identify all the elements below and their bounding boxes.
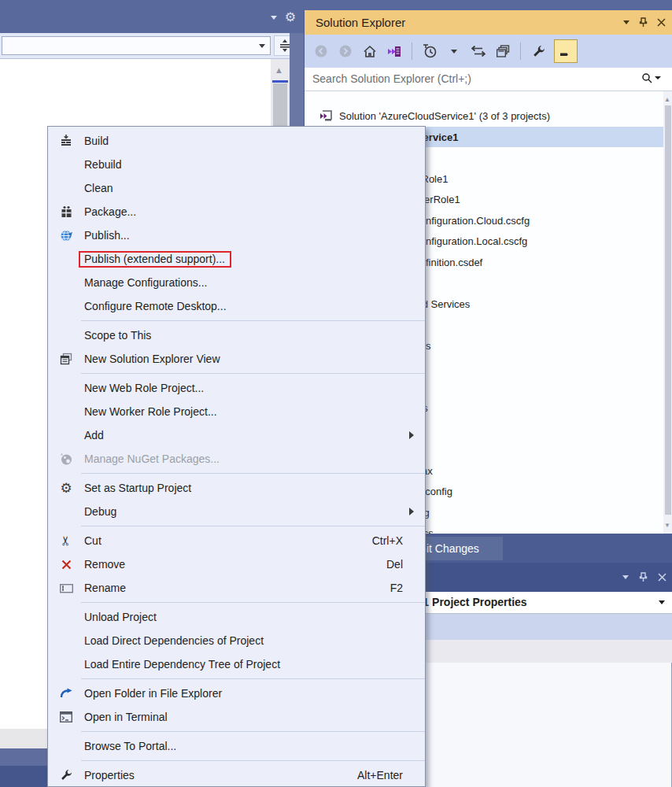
chevron-down-icon xyxy=(659,600,665,604)
dropdown-caret-icon[interactable] xyxy=(655,76,661,79)
switch-views-icon[interactable] xyxy=(470,41,487,61)
menu-item-build[interactable]: Build xyxy=(48,129,425,153)
menu-separator xyxy=(81,526,425,527)
menu-item-new-solution-explorer-view[interactable]: New Solution Explorer View xyxy=(48,347,425,371)
menu-item-add[interactable]: Add xyxy=(48,423,425,447)
menu-item-label: Properties xyxy=(84,769,349,781)
pin-icon[interactable] xyxy=(639,17,648,28)
search-icon[interactable] xyxy=(641,72,652,83)
menu-item-label: Package... xyxy=(84,205,403,218)
properties-wrench-icon[interactable] xyxy=(530,41,547,61)
menu-item-open-in-terminal[interactable]: Open in Terminal xyxy=(48,705,425,729)
menu-item-label: Unload Project xyxy=(84,611,403,623)
menu-item-new-worker-role-project[interactable]: New Worker Role Project... xyxy=(48,400,425,423)
menu-item-open-folder-in-file-explorer[interactable]: Open Folder in File Explorer xyxy=(48,682,425,705)
menu-item-label: New Web Role Project... xyxy=(84,382,403,394)
menu-item-new-web-role-project[interactable]: New Web Role Project... xyxy=(48,376,425,400)
menu-item-label: Cut xyxy=(84,534,364,547)
panel-title: Solution Explorer xyxy=(316,16,405,29)
build-icon xyxy=(48,135,84,147)
tree-item[interactable]: Solution 'AzureCloudService1' (3 of 3 pr… xyxy=(339,105,550,126)
menu-item-shortcut: Del xyxy=(386,558,403,571)
wrench-icon xyxy=(48,769,84,781)
main-titlebar-strip xyxy=(304,0,672,10)
menu-item-label: Open Folder in File Explorer xyxy=(84,687,403,700)
dropdown-caret-icon[interactable] xyxy=(445,41,463,61)
close-icon[interactable] xyxy=(657,18,666,27)
menu-item-configure-remote-desktop[interactable]: Configure Remote Desktop... xyxy=(48,294,425,318)
home-icon[interactable] xyxy=(361,41,378,61)
solution-explorer-toolbar xyxy=(305,35,672,68)
menu-item-label: Manage NuGet Packages... xyxy=(84,453,403,465)
back-icon[interactable] xyxy=(312,41,330,61)
toolbar-separator xyxy=(520,42,521,60)
close-icon[interactable] xyxy=(658,573,666,582)
scroll-up-icon[interactable]: ▲ xyxy=(664,96,670,103)
menu-item-debug[interactable]: Debug xyxy=(48,500,425,523)
pin-icon[interactable] xyxy=(639,572,648,582)
menu-item-label: Rename xyxy=(84,582,382,594)
menu-item-unload-project[interactable]: Unload Project xyxy=(48,605,425,629)
window-position-caret-icon[interactable] xyxy=(271,16,277,20)
gear-icon[interactable]: ⚙ xyxy=(285,11,296,24)
menu-separator xyxy=(81,602,425,603)
forward-icon[interactable] xyxy=(337,41,354,61)
sync-active-document-icon[interactable] xyxy=(386,41,403,61)
menu-separator xyxy=(81,731,425,732)
editor-group-titlebar: ⚙ xyxy=(0,0,304,33)
menu-item-label: Open in Terminal xyxy=(84,711,403,723)
window-position-caret-icon[interactable] xyxy=(623,20,630,24)
rename-icon xyxy=(48,583,84,593)
menu-item-cut[interactable]: ✂CutCtrl+X xyxy=(48,529,425,552)
project-context-menu: BuildRebuildCleanPackage...Publish...Pub… xyxy=(47,126,426,787)
collapse-all-icon[interactable] xyxy=(494,41,511,61)
menu-item-rebuild[interactable]: Rebuild xyxy=(48,153,425,176)
menu-item-load-entire-dependency-tree-of-project[interactable]: Load Entire Dependency Tree of Project xyxy=(48,652,425,676)
menu-item-label: New Solution Explorer View xyxy=(84,353,403,365)
search-box[interactable]: Search Solution Explorer (Ctrl+;) xyxy=(305,68,672,91)
scrollbar-thumb[interactable] xyxy=(665,105,671,515)
menu-item-label: Add xyxy=(84,429,403,442)
menu-item-manage-configurations[interactable]: Manage Configurations... xyxy=(48,271,425,294)
new-solution-explorer-view-icon xyxy=(48,353,84,365)
menu-item-properties[interactable]: PropertiesAlt+Enter xyxy=(48,763,425,787)
menu-item-set-as-startup-project[interactable]: ⚙Set as Startup Project xyxy=(48,476,425,500)
preview-selected-items-icon[interactable] xyxy=(554,39,578,63)
menu-item-label: Scope to This xyxy=(84,329,403,342)
menu-item-publish-extended-support[interactable]: Publish (extended support)... xyxy=(48,247,425,271)
menu-item-label: Debug xyxy=(84,505,403,518)
menu-item-manage-nuget-packages[interactable]: Manage NuGet Packages... xyxy=(48,447,425,471)
menu-item-clean[interactable]: Clean xyxy=(48,176,425,200)
menu-item-rename[interactable]: RenameF2 xyxy=(48,576,425,600)
menu-item-publish[interactable]: Publish... xyxy=(48,224,425,247)
red-highlight-box: Publish (extended support)... xyxy=(79,251,231,268)
menu-item-shortcut: F2 xyxy=(390,582,403,594)
menu-item-label: Browse To Portal... xyxy=(84,740,403,752)
menu-item-browse-to-portal[interactable]: Browse To Portal... xyxy=(48,734,425,758)
menu-item-label: Remove xyxy=(84,558,378,571)
menu-item-scope-to-this[interactable]: Scope to This xyxy=(48,323,425,347)
solution-icon xyxy=(319,109,333,122)
menu-separator xyxy=(81,320,425,321)
tree-vertical-scrollbar[interactable]: ▲ ▼ xyxy=(663,91,672,534)
scroll-down-icon[interactable]: ▼ xyxy=(664,522,670,529)
splitter-icon xyxy=(279,39,290,52)
menu-item-label: Rebuild xyxy=(84,158,403,171)
toolbar-separator xyxy=(412,42,412,60)
window-position-caret-icon[interactable] xyxy=(622,575,629,579)
chevron-down-icon xyxy=(259,44,265,48)
submenu-arrow-icon xyxy=(403,431,414,439)
menu-item-remove[interactable]: RemoveDel xyxy=(48,552,425,576)
menu-item-package[interactable]: Package... xyxy=(48,200,425,224)
visual-studio-window: ⚙ ▲ Solution Explorer xyxy=(0,0,672,787)
scroll-up-icon[interactable]: ▲ xyxy=(275,65,283,75)
pending-changes-filter-icon[interactable] xyxy=(421,41,438,61)
cut-icon: ✂ xyxy=(48,534,84,547)
menu-item-label: Set as Startup Project xyxy=(84,482,403,494)
editor-type-combobox[interactable] xyxy=(2,36,271,55)
menu-item-shortcut: Ctrl+X xyxy=(372,534,403,547)
editor-navigation-bar xyxy=(0,33,290,59)
solution-explorer-titlebar[interactable]: Solution Explorer xyxy=(305,10,672,35)
menu-item-load-direct-dependencies-of-project[interactable]: Load Direct Dependencies of Project xyxy=(48,629,425,652)
submenu-arrow-icon xyxy=(403,508,414,515)
